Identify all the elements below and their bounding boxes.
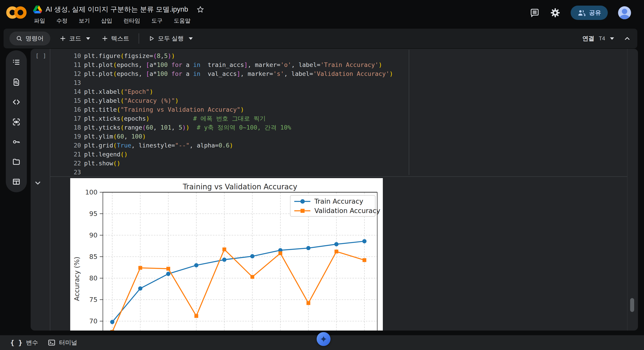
caret-down-icon[interactable] <box>86 37 90 40</box>
code-line: 22plt.show() <box>50 159 627 168</box>
code-line: 23 <box>50 168 627 177</box>
menu-item-0[interactable]: 파일 <box>31 16 48 26</box>
collapse-header-icon[interactable] <box>624 35 631 42</box>
find-replace-icon[interactable] <box>12 78 20 86</box>
share-label: 공유 <box>589 9 601 17</box>
data-table-icon[interactable] <box>12 177 20 186</box>
svg-text:100: 100 <box>85 188 98 196</box>
svg-text:70: 70 <box>89 317 98 325</box>
menu-item-3[interactable]: 삽입 <box>98 16 115 26</box>
command-palette-button[interactable]: 명령어 <box>10 32 50 46</box>
play-outline-icon <box>148 35 155 42</box>
gemini-spark-icon[interactable] <box>317 332 330 346</box>
menu-item-1[interactable]: 수정 <box>54 16 70 26</box>
run-all-button[interactable]: 모두 실행 <box>146 32 196 46</box>
variables-panel-button[interactable]: { } 변수 <box>10 338 38 347</box>
scrollbar-track <box>627 49 628 330</box>
connect-button[interactable]: 연결 T4 <box>580 32 617 46</box>
code-line: 13 <box>50 78 627 87</box>
code-lines: 10plt.figure(figsize=(8,5))11plt.plot(ep… <box>50 52 627 177</box>
menubar: 파일수정보기삽입런타임도구도움말 <box>31 16 193 26</box>
code-line: 18plt.yticks(range(60, 101, 5)) # y축 정의역… <box>50 123 627 132</box>
share-button[interactable]: 공유 <box>571 6 608 20</box>
code-line: 20plt.grid(True, linestyle="--", alpha=0… <box>50 141 627 150</box>
menu-item-6[interactable]: 도움말 <box>171 16 193 26</box>
terminal-icon <box>48 339 56 346</box>
colab-logo[interactable] <box>6 5 27 20</box>
runtime-type-badge: T4 <box>599 35 605 42</box>
menu-item-5[interactable]: 도구 <box>149 16 165 26</box>
svg-text:Training vs Validation Accurac: Training vs Validation Accuracy <box>182 182 297 191</box>
code-line: 12plt.plot(epochs, [a*100 for a in val_a… <box>50 69 627 78</box>
notebook-area: [ ] 10plt.figure(figsize=(8,5))11plt.plo… <box>31 49 638 330</box>
collapse-output-icon[interactable] <box>34 179 42 187</box>
chart-legend: Train AccuracyValidation Accuracy <box>290 195 380 216</box>
svg-text:Validation Accuracy: Validation Accuracy <box>314 207 380 215</box>
avatar[interactable] <box>618 6 631 19</box>
output-chart: 1009590858075706560Accuracy (%)Training … <box>70 178 383 330</box>
code-line: 11plt.plot(epochs, [a*100 for a in train… <box>50 61 627 69</box>
cell-output-divider <box>50 176 627 177</box>
code-editor[interactable]: 10plt.figure(figsize=(8,5))11plt.plot(ep… <box>50 49 627 176</box>
left-sidebar <box>6 50 27 192</box>
caret-down-icon[interactable] <box>610 37 614 40</box>
cell-run-button[interactable]: [ ] <box>36 53 46 59</box>
svg-text:95: 95 <box>89 210 98 217</box>
svg-text:90: 90 <box>89 231 98 239</box>
notebook-toolbar: 명령어 코드 텍스트 모두 실행 연결 T4 <box>4 29 637 48</box>
caret-down-icon[interactable] <box>189 37 193 40</box>
add-code-button[interactable]: 코드 <box>57 32 93 46</box>
code-line: 14plt.xlabel("Epoch") <box>50 87 627 96</box>
code-line: 17plt.xticks(epochs) # 에폭 번호 그대로 찍기 <box>50 114 627 123</box>
menu-item-2[interactable]: 보기 <box>76 16 92 26</box>
settings-gear-icon[interactable] <box>550 8 560 18</box>
code-line: 21plt.legend() <box>50 150 627 159</box>
files-folder-icon[interactable] <box>12 158 20 166</box>
cell-output: 1009590858075706560Accuracy (%)Training … <box>70 178 383 330</box>
notebook-title[interactable]: AI 생성, 실제 이미지 구분하는 분류 모델.ipynb <box>46 5 188 14</box>
svg-text:Accuracy (%): Accuracy (%) <box>73 257 81 301</box>
code-line: 15plt.ylabel("Accuracy (%)") <box>50 96 627 105</box>
menu-item-4[interactable]: 런타임 <box>121 16 143 26</box>
toolbar-divider <box>139 33 139 44</box>
plus-icon <box>60 35 66 42</box>
vision-scan-icon[interactable] <box>12 118 20 126</box>
add-text-button[interactable]: 텍스트 <box>99 32 132 46</box>
code-line: 16plt.title("Training vs Validation Accu… <box>50 105 627 114</box>
comment-icon[interactable] <box>530 8 540 18</box>
svg-text:80: 80 <box>89 274 98 282</box>
secrets-key-icon[interactable] <box>12 138 20 146</box>
share-people-icon <box>577 9 586 17</box>
command-palette-label: 명령어 <box>26 35 44 43</box>
app-header: AI 생성, 실제 이미지 구분하는 분류 모델.ipynb 파일수정보기삽입런… <box>0 0 644 29</box>
svg-text:85: 85 <box>89 253 98 260</box>
scrollbar-thumb[interactable] <box>630 298 634 312</box>
drive-icon <box>33 5 42 14</box>
search-icon <box>16 35 22 42</box>
code-snippets-icon[interactable] <box>12 98 20 106</box>
svg-text:Train Accuracy: Train Accuracy <box>314 197 363 205</box>
plus-icon <box>102 35 108 42</box>
code-line: 10plt.figure(figsize=(8,5)) <box>50 52 627 61</box>
table-of-contents-icon[interactable] <box>12 58 20 66</box>
svg-text:75: 75 <box>89 296 98 303</box>
code-line: 19plt.ylim(60, 100) <box>50 132 627 141</box>
braces-icon: { } <box>10 339 22 347</box>
star-icon[interactable] <box>196 6 204 13</box>
terminal-panel-button[interactable]: 터미널 <box>48 338 77 347</box>
